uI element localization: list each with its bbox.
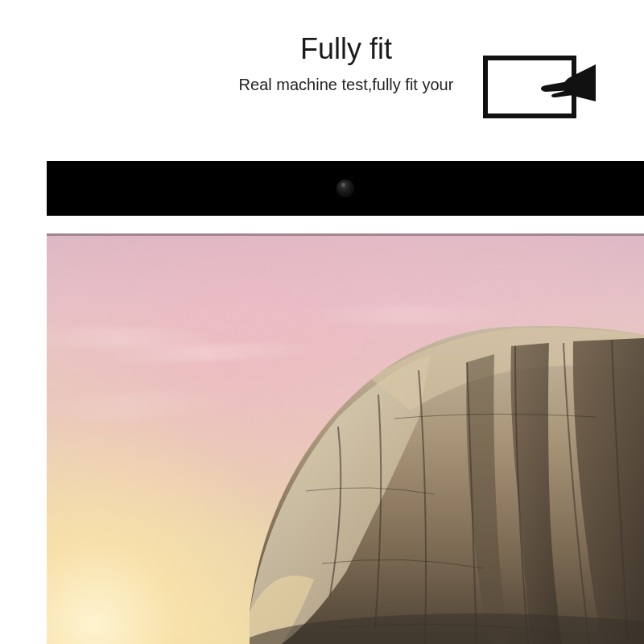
device-top-bezel [47, 161, 644, 216]
wallpaper-mountain [47, 233, 644, 644]
mountain-illustration [225, 322, 644, 644]
device-mockup [47, 161, 644, 644]
tablet-touch-icon [483, 48, 596, 121]
bezel-gap [47, 216, 644, 233]
camera-icon [336, 180, 354, 197]
